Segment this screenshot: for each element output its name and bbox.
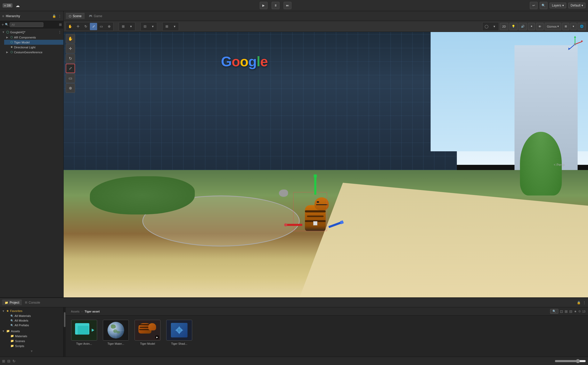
tree-all-materials[interactable]: ▶ 🔍 All Materials xyxy=(4,314,63,318)
svg-marker-3 xyxy=(581,40,583,42)
tiger-head xyxy=(315,197,329,210)
pause-button[interactable]: ⏸ xyxy=(272,2,279,9)
asset-tiger-anim[interactable]: Tiger Anim... xyxy=(70,320,98,345)
svg-point-6 xyxy=(574,43,576,45)
hier-icon-ar: ⬡ xyxy=(10,36,13,39)
snap-chevron-btn[interactable]: ▾ xyxy=(127,23,135,30)
hier-item-googlehq[interactable]: ▼ ⬡ GoogleHQ* ⋮ xyxy=(0,29,63,35)
btn-2d[interactable]: 2D xyxy=(500,23,508,30)
tree-all-prefabs[interactable]: ▶ 🔍 All Prefabs xyxy=(4,323,63,328)
layers-dropdown[interactable]: Layers ▾ xyxy=(550,3,566,8)
toolbar-icon3[interactable]: ↻ xyxy=(12,359,16,363)
btn-more-view[interactable]: ▾ xyxy=(570,23,577,30)
tree-assets[interactable]: ▼ 📁 Assets xyxy=(0,329,63,334)
move-tool[interactable]: ✛ xyxy=(66,44,75,53)
default-chevron-icon: ▾ xyxy=(582,4,583,7)
hierarchy-header: ≡ Hierarchy 🔒 ⋮ xyxy=(0,11,63,21)
history-button[interactable]: ↩ xyxy=(530,2,538,9)
bottom-more-icon[interactable]: ⋮ xyxy=(583,301,586,304)
tab-console[interactable]: ⊟ Console xyxy=(22,300,43,305)
scene-ground xyxy=(64,170,588,297)
rotate-tool-btn[interactable]: ↻ xyxy=(82,23,89,30)
search-input-container[interactable]: 🔍 xyxy=(550,309,558,314)
tree-all-models[interactable]: ▶ 🔍 All Models xyxy=(4,318,63,323)
hierarchy-filter-icon[interactable]: ⊞ xyxy=(59,23,62,27)
scene-gizmo[interactable] xyxy=(566,35,584,53)
view-circle-btn[interactable]: ◯ xyxy=(483,23,490,30)
tab-project[interactable]: 📁 Project xyxy=(2,300,22,305)
y-axis-handle xyxy=(314,177,316,195)
tab-scene[interactable]: ⬡ Scene xyxy=(66,13,85,19)
rotate-tool[interactable]: ↻ xyxy=(66,54,75,63)
scripts-label: Scripts xyxy=(15,344,24,348)
render-btn[interactable]: ⊞ xyxy=(163,23,170,30)
asset-tiger-model[interactable]: ▶ Tiger Model xyxy=(133,320,162,345)
asset-model-thumb: ▶ xyxy=(135,320,161,341)
transform-tool-btn[interactable]: ⊕ xyxy=(105,23,113,30)
btn-hidden[interactable]: 👁 xyxy=(536,23,544,30)
viewport[interactable]: Google xyxy=(64,32,588,297)
asset-filter-icon[interactable]: ⊟ xyxy=(569,309,572,314)
db-badge[interactable]: ● DB xyxy=(3,3,12,8)
hierarchy-search-input[interactable] xyxy=(10,22,43,27)
zoom-slider[interactable] xyxy=(555,359,586,363)
g-letter-e: e xyxy=(260,54,268,69)
hier-item-light[interactable]: ▶ ☀ Directional Light xyxy=(4,45,63,50)
snap-btn[interactable]: ⊞ xyxy=(119,23,127,30)
tab-game[interactable]: 🎮 Game xyxy=(86,13,105,19)
btn-global[interactable]: 🌐 xyxy=(578,23,586,30)
tiger-body xyxy=(300,197,331,231)
btn-gizmos[interactable]: Gizmos ▾ xyxy=(545,23,561,30)
grid-btn[interactable]: ⊟ xyxy=(141,23,149,30)
cloud-btn[interactable]: ☁ xyxy=(14,3,21,9)
asset-tiger-material[interactable]: Tiger Mater... xyxy=(102,320,130,345)
toolbar-icon2[interactable]: ⊟ xyxy=(7,359,10,363)
grid-chevron-btn[interactable]: ▾ xyxy=(149,23,156,30)
tree-materials[interactable]: ▶ 📁 Materials xyxy=(4,334,63,338)
hier-item-ar[interactable]: ▶ ⬡ AR Components xyxy=(4,35,63,40)
scripts-folder-icon: 📁 xyxy=(10,344,14,348)
default-dropdown[interactable]: Default ▾ xyxy=(568,3,585,8)
asset-save-icon[interactable]: ⊞ xyxy=(565,309,568,314)
btn-light[interactable]: 💡 xyxy=(509,23,518,30)
rect-tool[interactable]: ▭ xyxy=(66,74,75,83)
game-tab-icon: 🎮 xyxy=(89,14,92,18)
tree-scenes[interactable]: ▶ 📁 Scenes xyxy=(4,338,63,343)
hierarchy-lock-icon[interactable]: 🔒 xyxy=(52,14,56,18)
hierarchy-add-icon[interactable]: + xyxy=(2,22,4,27)
hierarchy-more-icon[interactable]: ⋮ xyxy=(58,14,61,18)
bottom-lock-icon[interactable]: 🔒 xyxy=(577,301,581,304)
btn-audio[interactable]: 🔊 xyxy=(519,23,527,30)
toolbar-icon1[interactable]: ⊞ xyxy=(2,359,5,363)
scale-tool[interactable]: ⤢ xyxy=(66,64,75,73)
hierarchy-search-icon[interactable]: 🔍 xyxy=(5,23,9,26)
asset-tiger-shader[interactable]: Tiger Shad... xyxy=(165,320,193,345)
hierarchy-panel: ≡ Hierarchy 🔒 ⋮ + 🔍 ⊞ ▼ ⬡ GoogleHQ* ⋮ ▶ xyxy=(0,11,64,297)
hand-tool-btn[interactable]: ✋ xyxy=(66,23,74,30)
hier-item-cesium[interactable]: ▶ ⬡ CesiumGeoreference xyxy=(4,50,63,55)
tree-favorites[interactable]: ▼ ★ Favorites xyxy=(0,308,63,314)
bottom-tab-right: 🔒 ⋮ xyxy=(577,301,586,304)
btn-effects[interactable]: ✦ xyxy=(528,23,535,30)
asset-path-root: Assets xyxy=(71,310,79,313)
btn-grid-view[interactable]: ⊞ xyxy=(562,23,569,30)
search-button-top[interactable]: 🔍 xyxy=(540,2,547,9)
center-cube xyxy=(313,221,317,225)
hier-more-googlehq[interactable]: ⋮ xyxy=(58,30,61,34)
tree-scripts[interactable]: ▶ 📁 Scripts xyxy=(4,343,63,348)
assets-grid: Tiger Anim... xyxy=(66,316,588,349)
scale-tool-btn[interactable]: ⤢ xyxy=(90,23,97,30)
step-button[interactable]: ⏭ xyxy=(284,2,291,9)
asset-import-icon[interactable]: ⊡ xyxy=(560,309,563,314)
hierarchy-content: ▼ ⬡ GoogleHQ* ⋮ ▶ ⬡ AR Components ▶ ⬡ Ti… xyxy=(0,28,63,297)
rect-tool-btn[interactable]: ▭ xyxy=(98,23,105,30)
hier-item-tiger[interactable]: ▶ ⬡ Tiger Model xyxy=(4,40,63,45)
vertical-scroll[interactable] xyxy=(64,307,66,357)
render-chevron-btn[interactable]: ▾ xyxy=(171,23,178,30)
hand-tool[interactable]: ✋ xyxy=(66,34,75,43)
play-button[interactable]: ▶ xyxy=(260,2,268,9)
move-tool-btn[interactable]: ✛ xyxy=(74,23,82,30)
transform-tool[interactable]: ⊕ xyxy=(66,83,75,93)
asset-star-icon[interactable]: ★ xyxy=(574,310,577,313)
view-circle-chevron[interactable]: ▾ xyxy=(491,23,498,30)
